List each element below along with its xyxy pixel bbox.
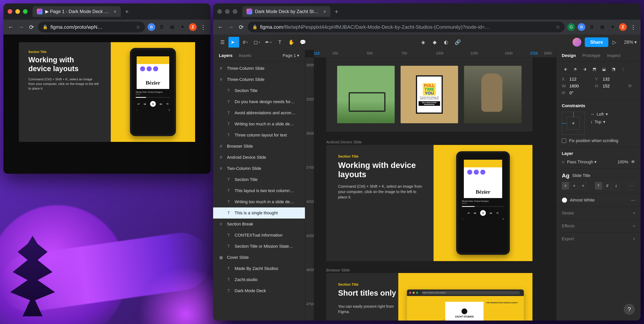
frame-browser-slide[interactable]: Section Title Short titles only You can … [326, 273, 532, 320]
blend-mode-dropdown[interactable]: Pass Through ▾ [567, 160, 615, 164]
layer-row[interactable]: TThis layout is two text column… [213, 185, 305, 196]
frame-label-browser[interactable]: Browser Slide [326, 268, 350, 272]
share-button[interactable]: Share [585, 38, 608, 47]
new-tab-icon[interactable]: + [125, 8, 129, 15]
assets-tab[interactable]: Assets [239, 53, 251, 58]
min-dot[interactable] [225, 9, 230, 14]
layer-row[interactable]: TDark Mode Deck [213, 285, 305, 296]
distribute-icon[interactable]: ⋮ [619, 65, 627, 73]
layer-row[interactable]: TCONTEXTual Information [213, 230, 305, 241]
zoom-dropdown[interactable]: 28%▾ [624, 40, 637, 45]
extensions-puzzle-icon[interactable]: ✦ [609, 23, 616, 31]
layer-row[interactable]: TZacht.studio [213, 274, 305, 285]
y-value[interactable]: 132 [603, 77, 626, 82]
hand-tool-icon[interactable]: ✋ [286, 37, 297, 48]
text-tool-icon[interactable]: T [274, 37, 285, 48]
close-dot[interactable] [8, 9, 12, 14]
help-icon[interactable]: ? [624, 304, 635, 315]
add-export-icon[interactable]: + [633, 236, 635, 241]
omnibox[interactable]: 🔒 figma.com/proto/wpN… ☆ [38, 22, 145, 32]
pen-tool-icon[interactable]: ✒▾ [263, 37, 274, 48]
link-icon[interactable]: 🔗 [452, 37, 463, 48]
w-value[interactable]: 1600 [570, 84, 593, 88]
browser-tab-right[interactable]: Dark Mode Deck by Zacht Stud… × [242, 6, 330, 17]
collaborator-avatar[interactable] [572, 38, 581, 46]
bookmark-star-icon[interactable]: ☆ [136, 24, 140, 30]
fill-style-name[interactable]: Almost White [570, 198, 595, 203]
rotation-value[interactable]: 0° [570, 90, 593, 96]
text-align-left-icon[interactable]: ≡ [562, 182, 569, 190]
frame-android-device[interactable]: Section Title Working with device layout… [326, 145, 532, 261]
constraint-h-dropdown[interactable]: ↔ Left ▾ [590, 112, 608, 117]
grammarly-ext-icon[interactable]: G [567, 23, 575, 31]
boolean-icon[interactable]: ◐ [441, 37, 452, 48]
layer-row[interactable]: ▣Cover Slide [213, 252, 305, 263]
link-wh-icon[interactable]: ⟳ [628, 84, 635, 88]
text-valign-bottom-icon[interactable]: ⤓ [612, 182, 620, 190]
frame-label-android[interactable]: Android Device Slide [326, 140, 362, 144]
align-right-icon[interactable]: ⬗ [581, 65, 588, 73]
traffic-lights[interactable] [8, 9, 28, 14]
text-style-name[interactable]: Slide Title [572, 173, 590, 178]
ext-icon-2[interactable]: ☰ [158, 23, 166, 31]
opacity-value[interactable]: 100% [618, 160, 628, 164]
browser-tab-left[interactable]: ▶ Page 1 - Dark Mode Deck by… × [32, 6, 121, 17]
layer-list[interactable]: #Three-Column Slide#Three-Column SlideTS… [213, 61, 305, 320]
h-value[interactable]: 152 [603, 84, 626, 88]
page-dropdown[interactable]: Page 1 ▾ [282, 53, 299, 58]
close-tab-icon[interactable]: × [323, 9, 326, 14]
layer-row[interactable]: TWriting too much in a slide de… [213, 196, 305, 208]
align-top-icon[interactable]: ⬒ [590, 65, 598, 73]
layer-row[interactable]: #Browser Slide [213, 141, 305, 152]
component-icon[interactable]: ◈ [418, 37, 428, 48]
ext-icon-3[interactable]: ▤ [598, 23, 606, 31]
layer-row[interactable]: #Two-Column Slide [213, 163, 305, 174]
align-left-icon[interactable]: ⬖ [562, 65, 570, 73]
add-effect-icon[interactable]: + [633, 224, 635, 228]
layer-row[interactable]: #Three-Column Slide [213, 74, 305, 85]
x-value[interactable]: 112 [570, 77, 593, 82]
prototype-tab[interactable]: Prototype [582, 53, 600, 58]
layer-row[interactable]: TWriting too much in a slide de… [213, 118, 305, 130]
layers-tab[interactable]: Layers [219, 53, 232, 58]
constraints-widget[interactable]: + [562, 112, 585, 135]
inspect-tab[interactable]: Inspect [607, 53, 620, 58]
layer-row[interactable]: TSection Title [213, 85, 305, 96]
back-icon[interactable]: ← [216, 23, 224, 31]
back-icon[interactable]: ← [7, 23, 14, 31]
layer-row[interactable]: TSection Title or Mission State… [213, 241, 305, 252]
move-tool-icon[interactable]: ➤▾ [228, 37, 239, 48]
max-dot[interactable] [233, 9, 237, 14]
align-hcenter-icon[interactable]: ⬘ [571, 65, 579, 73]
mask-icon[interactable]: ◆ [429, 37, 440, 48]
visibility-icon[interactable]: 👁 [631, 160, 635, 164]
min-dot[interactable] [15, 9, 20, 14]
text-more-icon[interactable]: ⋯ [628, 182, 635, 190]
profile-avatar[interactable]: Z [189, 23, 197, 31]
new-tab-icon[interactable]: + [335, 8, 338, 15]
layer-row[interactable]: TDo you have design needs for… [213, 96, 305, 107]
comment-tool-icon[interactable]: 💬 [298, 37, 308, 48]
add-stroke-icon[interactable]: + [633, 211, 635, 216]
layer-row[interactable]: #Three-Column Slide [213, 63, 305, 74]
layer-row[interactable]: TAvoid abbreviations and acron… [213, 107, 305, 118]
extensions-puzzle-icon[interactable]: ✦ [179, 23, 186, 31]
frame-three-column[interactable]: FULLTIMEYOU Personal brand strategy, lif… [326, 58, 532, 132]
kebab-menu-icon[interactable]: ⋮ [630, 23, 637, 31]
menu-icon[interactable]: ☰ [217, 37, 228, 48]
constraint-v-dropdown[interactable]: ↕ Top ▾ [590, 120, 608, 124]
text-valign-middle-icon[interactable]: ⇵ [604, 182, 611, 190]
layer-row[interactable]: #Android Device Slide [213, 152, 305, 163]
text-align-center-icon[interactable]: ≡ [570, 182, 578, 190]
google-translate-ext-icon[interactable]: G [148, 23, 155, 31]
max-dot[interactable] [23, 9, 28, 14]
layer-row[interactable]: #Section Break [213, 218, 305, 230]
text-align-right-icon[interactable]: ≡ [580, 182, 587, 190]
forward-icon[interactable]: → [227, 23, 234, 31]
profile-avatar[interactable]: Z [619, 23, 627, 31]
design-tab[interactable]: Design [562, 53, 576, 58]
layer-row[interactable]: TThis is a single thought [213, 208, 305, 218]
layer-row[interactable]: TThree column layout for text [213, 130, 305, 141]
frame-tool-icon[interactable]: #▾ [240, 37, 251, 48]
fix-scroll-checkbox[interactable]: Fix position when scrolling [562, 138, 635, 143]
